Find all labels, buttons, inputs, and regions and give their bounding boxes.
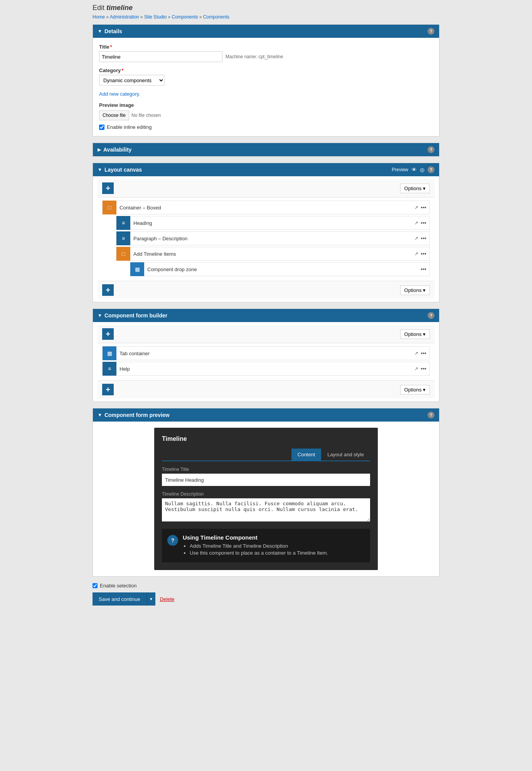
enable-selection-checkbox[interactable] bbox=[93, 583, 98, 588]
tab-container-expand-icon[interactable]: ↗ bbox=[414, 351, 418, 356]
enable-selection-label: Enable selection bbox=[100, 583, 136, 589]
breadcrumb-components2[interactable]: Components bbox=[203, 14, 229, 20]
timeline-title-label: Timeline Title bbox=[162, 467, 370, 472]
machine-name: Machine name: cpt_timeline bbox=[226, 54, 283, 59]
details-section-header[interactable]: ▼ Details ? bbox=[93, 25, 439, 38]
category-select[interactable]: Dynamic components bbox=[99, 75, 165, 86]
save-continue-button[interactable]: Save and continue bbox=[93, 592, 146, 606]
help-label: Help bbox=[120, 366, 130, 372]
cfb-toggle-icon: ▼ bbox=[98, 313, 102, 318]
help-box-title: Using Timeline Component bbox=[183, 534, 328, 541]
add-category-link[interactable]: Add new category. bbox=[99, 91, 140, 97]
tab-container-dots-icon[interactable]: ••• bbox=[421, 350, 426, 356]
layout-canvas-top-toolbar: + Options ▾ bbox=[98, 179, 434, 197]
timeline-description-textarea[interactable]: Nullam sagittis. Nulla facilisi. Fusce c… bbox=[162, 498, 370, 521]
save-row: Save and continue ▾ Delete bbox=[93, 592, 439, 606]
cfb-add-top-button[interactable]: + bbox=[102, 328, 114, 340]
layout-canvas-add-button[interactable]: + bbox=[102, 182, 114, 194]
preview-tabs: Content Layout and style bbox=[162, 449, 370, 461]
preview-tab-content[interactable]: Content bbox=[291, 449, 322, 461]
timeline-title-input[interactable] bbox=[162, 474, 370, 486]
cfb-body: + Options ▾ ▦ Tab container ↗ ••• bbox=[93, 322, 439, 402]
title-label: Title* bbox=[99, 44, 433, 50]
help-expand-icon[interactable]: ↗ bbox=[414, 366, 418, 371]
cfb-item-help: ≡ Help ↗ ••• bbox=[102, 362, 430, 376]
layout-canvas-toggle-icon: ▼ bbox=[98, 167, 102, 172]
title-input[interactable] bbox=[99, 51, 222, 62]
timeline-items-dots-icon[interactable]: ••• bbox=[421, 251, 426, 257]
cfp-section-title: Component form preview bbox=[104, 412, 170, 418]
availability-section: ▶ Availability ? bbox=[93, 143, 439, 157]
choose-file-button[interactable]: Choose file bbox=[99, 110, 129, 120]
details-help-icon[interactable]: ? bbox=[428, 28, 434, 35]
heading-label: Heading bbox=[133, 220, 152, 226]
title-field-row: Title* Machine name: cpt_timeline bbox=[99, 44, 433, 62]
timeline-description-label: Timeline Description bbox=[162, 491, 370, 497]
layout-canvas-add-bottom-button[interactable]: + bbox=[102, 284, 114, 296]
timeline-items-expand-icon[interactable]: ↗ bbox=[414, 251, 418, 256]
cfb-items: ▦ Tab container ↗ ••• ≡ Help ↗ • bbox=[98, 343, 434, 380]
canvas-item-drop-zone: ▦ Component drop zone ••• bbox=[130, 262, 430, 276]
availability-toggle-icon: ▶ bbox=[98, 147, 101, 152]
footer: Enable selection Save and continue ▾ Del… bbox=[93, 583, 439, 613]
heading-expand-icon[interactable]: ↗ bbox=[414, 220, 418, 226]
layout-canvas-options-bottom-button[interactable]: Options ▾ bbox=[400, 285, 430, 295]
breadcrumb-home[interactable]: Home bbox=[93, 14, 105, 20]
layout-canvas-bottom-toolbar: + Options ▾ bbox=[98, 281, 434, 299]
help-box-item1: Adds Timeline Title and Timeline Descrip… bbox=[190, 543, 328, 549]
timeline-items-icon: □ bbox=[116, 247, 130, 261]
details-section: ▼ Details ? Title* Machine name: cpt_tim… bbox=[93, 24, 439, 137]
preview-container: Timeline Content Layout and style Timeli… bbox=[154, 428, 378, 570]
cfb-options-top-button[interactable]: Options ▾ bbox=[400, 329, 430, 339]
help-box: ? Using Timeline Component Adds Timeline… bbox=[162, 529, 370, 562]
layout-canvas-section: ▼ Layout canvas Preview 👁 ◎ ? + Options … bbox=[93, 163, 439, 302]
availability-section-header[interactable]: ▶ Availability ? bbox=[93, 143, 439, 156]
layout-canvas-options-button[interactable]: Options ▾ bbox=[400, 184, 430, 193]
preview-image-row: Preview image Choose file No file chosen bbox=[99, 102, 433, 120]
breadcrumb-site-studio[interactable]: Site Studio bbox=[144, 14, 167, 20]
cfb-section-title: Component form builder bbox=[104, 312, 167, 319]
cfb-help-icon[interactable]: ? bbox=[428, 312, 434, 319]
cfp-section-header[interactable]: ▼ Component form preview ? bbox=[93, 408, 439, 422]
eye-icon[interactable]: 👁 bbox=[411, 167, 417, 173]
breadcrumb: Home » Administration » Site Studio » Co… bbox=[93, 14, 439, 20]
layout-canvas-section-title: Layout canvas bbox=[104, 167, 142, 173]
container-label: Container – Boxed bbox=[120, 205, 161, 211]
container-dots-icon[interactable]: ••• bbox=[421, 204, 426, 211]
help-box-list: Adds Timeline Title and Timeline Descrip… bbox=[183, 543, 328, 556]
layout-canvas-items: □ Container – Boxed ↗ ••• ≡ Heading ↗ bbox=[98, 197, 434, 281]
paragraph-dots-icon[interactable]: ••• bbox=[421, 235, 426, 241]
heading-dots-icon[interactable]: ••• bbox=[421, 220, 426, 226]
save-dropdown-button[interactable]: ▾ bbox=[146, 592, 155, 606]
page-title: Edit timeline bbox=[93, 4, 439, 12]
no-file-text: No file chosen bbox=[131, 113, 161, 118]
enable-inline-label: Enable inline editing bbox=[107, 124, 152, 130]
component-form-preview-section: ▼ Component form preview ? Timeline Cont… bbox=[93, 408, 439, 577]
cfb-options-bottom-button[interactable]: Options ▾ bbox=[400, 385, 430, 395]
breadcrumb-components1[interactable]: Components bbox=[172, 14, 198, 20]
tab-underline bbox=[162, 461, 370, 461]
availability-help-icon[interactable]: ? bbox=[428, 146, 434, 153]
preview-tab-layout[interactable]: Layout and style bbox=[321, 449, 370, 461]
save-button-wrapper: Save and continue ▾ bbox=[93, 592, 155, 606]
cfp-body: Timeline Content Layout and style Timeli… bbox=[93, 422, 439, 576]
eye2-icon[interactable]: ◎ bbox=[420, 167, 424, 173]
enable-inline-checkbox[interactable] bbox=[99, 125, 104, 130]
cfp-help-icon[interactable]: ? bbox=[428, 412, 434, 418]
tab-container-label: Tab container bbox=[120, 351, 150, 356]
layout-canvas-help-icon[interactable]: ? bbox=[428, 166, 434, 173]
drop-zone-icon: ▦ bbox=[130, 262, 144, 276]
paragraph-expand-icon[interactable]: ↗ bbox=[414, 236, 418, 241]
delete-link[interactable]: Delete bbox=[160, 596, 175, 602]
drop-zone-dots-icon[interactable]: ••• bbox=[421, 266, 426, 272]
layout-canvas-section-header[interactable]: ▼ Layout canvas Preview 👁 ◎ ? bbox=[93, 163, 439, 176]
help-dots-icon[interactable]: ••• bbox=[421, 366, 426, 372]
container-expand-icon[interactable]: ↗ bbox=[414, 205, 418, 210]
cfb-add-bottom-button[interactable]: + bbox=[102, 384, 114, 395]
drop-zone-label: Component drop zone bbox=[147, 267, 197, 272]
category-field-row: Category* Dynamic components bbox=[99, 67, 433, 86]
details-toggle-icon: ▼ bbox=[98, 29, 102, 34]
breadcrumb-administration[interactable]: Administration bbox=[110, 14, 139, 20]
component-form-builder-header[interactable]: ▼ Component form builder ? bbox=[93, 309, 439, 322]
enable-selection-row: Enable selection bbox=[93, 583, 439, 589]
